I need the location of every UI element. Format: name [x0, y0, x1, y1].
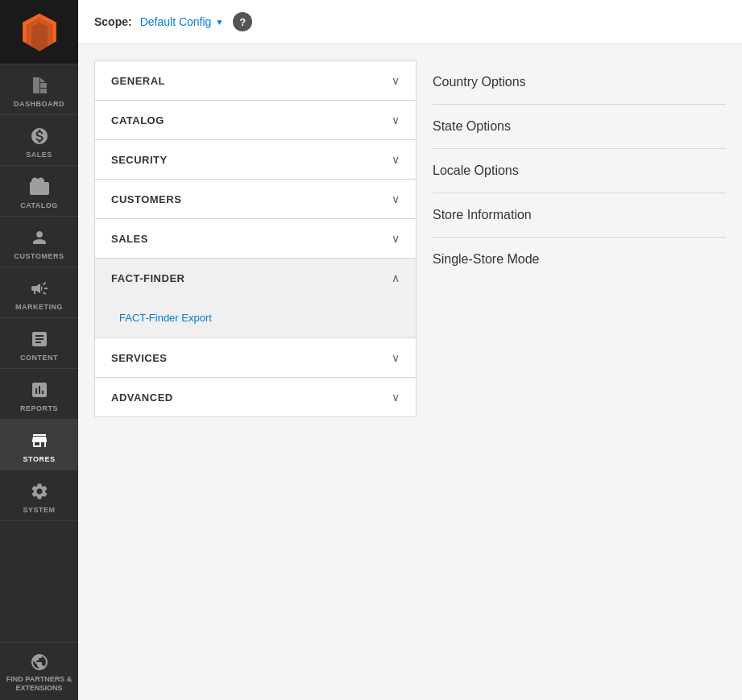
accordion-item-catalog: CATALOG ∨	[95, 101, 416, 140]
accordion-header-fact-finder[interactable]: FACT-FINDER ∧	[95, 259, 416, 297]
sidebar-item-sales-label: SALES	[26, 151, 52, 159]
stores-icon	[28, 429, 51, 452]
right-section-country-options[interactable]: Country Options	[433, 60, 726, 105]
accordion-header-general[interactable]: GENERAL ∨	[95, 61, 416, 100]
accordion-item-fact-finder: FACT-FINDER ∧ FACT-Finder Export	[95, 259, 416, 338]
sidebar-partners-label: FIND PARTNERS & EXTENSIONS	[4, 675, 74, 694]
accordion: GENERAL ∨ CATALOG ∨ SECURITY ∨	[94, 60, 417, 417]
sidebar-item-customers-label: CUSTOMERS	[15, 252, 64, 260]
accordion-item-general: GENERAL ∨	[95, 61, 416, 101]
fact-finder-export-link[interactable]: FACT-Finder Export	[119, 312, 212, 324]
chevron-down-icon: ∨	[392, 391, 400, 404]
accordion-title-sales: SALES	[111, 233, 148, 245]
header: Scope: Default Config ▼ ?	[78, 0, 742, 44]
main-content: Scope: Default Config ▼ ? GENERAL ∨	[78, 0, 742, 700]
sidebar-partners[interactable]: FIND PARTNERS & EXTENSIONS	[0, 642, 78, 700]
right-section-state-options[interactable]: State Options	[433, 105, 726, 149]
scope-value: Default Config	[140, 15, 212, 28]
svg-marker-2	[31, 23, 48, 51]
chevron-down-icon: ▼	[215, 18, 223, 27]
scope-selector[interactable]: Default Config ▼	[140, 15, 224, 28]
sidebar-item-system-label: SYSTEM	[23, 506, 55, 514]
magento-logo-icon	[19, 12, 60, 52]
sidebar-item-catalog[interactable]: CATALOG	[0, 166, 78, 217]
accordion-header-customers[interactable]: CUSTOMERS ∨	[95, 180, 416, 218]
chevron-up-icon: ∧	[392, 271, 400, 284]
partners-icon	[30, 652, 49, 675]
customers-icon	[28, 226, 51, 249]
accordion-header-services[interactable]: SERVICES ∨	[95, 338, 416, 377]
store-information-label: Store Information	[433, 208, 532, 222]
sidebar-item-marketing-label: MARKETING	[15, 303, 63, 311]
catalog-icon	[28, 176, 51, 198]
sidebar-item-reports-label: REPORTS	[20, 404, 58, 412]
chevron-down-icon: ∨	[392, 153, 400, 166]
accordion-title-advanced: ADVANCED	[111, 391, 173, 404]
accordion-item-customers: CUSTOMERS ∨	[95, 180, 416, 219]
accordion-title-customers: CUSTOMERS	[111, 193, 181, 205]
accordion-header-security[interactable]: SECURITY ∨	[95, 140, 416, 179]
sidebar-item-stores-label: STORES	[23, 455, 56, 463]
sidebar-item-customers[interactable]: CUSTOMERS	[0, 217, 78, 267]
chevron-down-icon: ∨	[392, 351, 400, 364]
chevron-down-icon: ∨	[392, 74, 400, 87]
sidebar-item-dashboard-label: DASHBOARD	[14, 100, 64, 108]
accordion-header-advanced[interactable]: ADVANCED ∨	[95, 378, 416, 416]
accordion-title-fact-finder: FACT-FINDER	[111, 272, 184, 284]
dashboard-icon	[28, 74, 51, 97]
sidebar-item-content[interactable]: CONTENT	[0, 318, 78, 369]
chevron-down-icon: ∨	[392, 193, 400, 205]
sidebar-item-stores[interactable]: STORES	[0, 420, 78, 470]
accordion-item-security: SECURITY ∨	[95, 140, 416, 180]
sidebar-item-catalog-label: CATALOG	[20, 201, 58, 209]
reports-icon	[28, 379, 51, 401]
content-icon	[28, 328, 51, 350]
accordion-title-services: SERVICES	[111, 352, 168, 364]
sidebar-item-sales[interactable]: SALES	[0, 115, 78, 166]
accordion-header-catalog[interactable]: CATALOG ∨	[95, 101, 416, 139]
marketing-icon	[28, 277, 51, 300]
chevron-down-icon: ∨	[392, 114, 400, 126]
country-options-label: Country Options	[433, 75, 526, 89]
right-section-single-store-mode[interactable]: Single-Store Mode	[433, 238, 726, 281]
single-store-mode-label: Single-Store Mode	[433, 252, 540, 266]
accordion-item-services: SERVICES ∨	[95, 338, 416, 378]
accordion-title-security: SECURITY	[111, 154, 168, 166]
sidebar-item-system[interactable]: SYSTEM	[0, 470, 78, 521]
state-options-label: State Options	[433, 119, 511, 133]
scope-label: Scope:	[94, 15, 132, 28]
accordion-body-fact-finder: FACT-Finder Export	[95, 297, 416, 338]
locale-options-label: Locale Options	[433, 164, 519, 177]
sidebar: DASHBOARD SALES CATALOG CUSTOMERS MARKET…	[0, 0, 78, 700]
system-icon	[28, 480, 51, 503]
sales-icon	[28, 125, 51, 147]
help-symbol: ?	[239, 16, 246, 28]
accordion-item-sales: SALES ∨	[95, 219, 416, 259]
left-panel: GENERAL ∨ CATALOG ∨ SECURITY ∨	[94, 60, 417, 417]
sidebar-item-dashboard[interactable]: DASHBOARD	[0, 64, 78, 115]
sidebar-item-reports[interactable]: REPORTS	[0, 369, 78, 420]
chevron-down-icon: ∨	[392, 232, 400, 245]
logo	[0, 0, 78, 64]
accordion-title-general: GENERAL	[111, 75, 165, 87]
accordion-title-catalog: CATALOG	[111, 114, 164, 126]
right-section-locale-options[interactable]: Locale Options	[433, 149, 726, 193]
sidebar-item-content-label: CONTENT	[20, 354, 58, 362]
sidebar-item-marketing[interactable]: MARKETING	[0, 267, 78, 318]
right-section-store-information[interactable]: Store Information	[433, 193, 726, 238]
content-area: GENERAL ∨ CATALOG ∨ SECURITY ∨	[78, 44, 742, 433]
fact-finder-export-item[interactable]: FACT-Finder Export	[95, 297, 416, 338]
accordion-header-sales[interactable]: SALES ∨	[95, 219, 416, 258]
help-icon[interactable]: ?	[233, 12, 252, 31]
right-panel: Country Options State Options Locale Opt…	[433, 60, 726, 417]
accordion-item-advanced: ADVANCED ∨	[95, 378, 416, 416]
